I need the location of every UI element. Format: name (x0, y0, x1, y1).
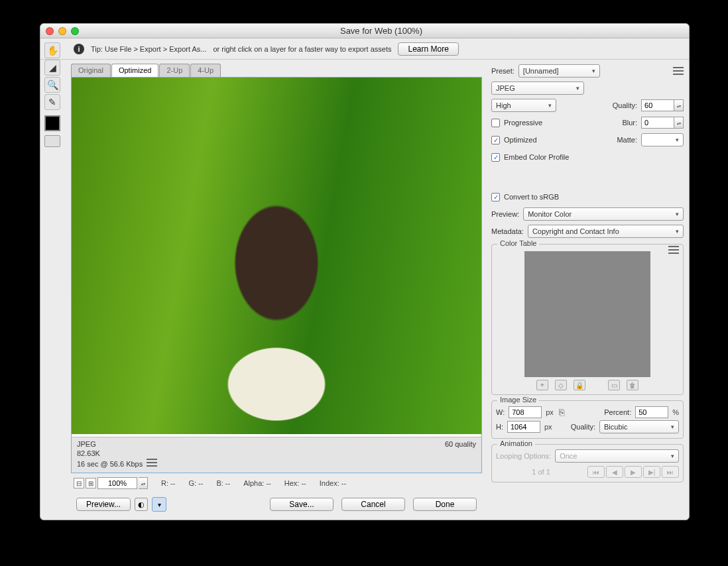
browser-select[interactable]: ▾ (152, 497, 166, 512)
save-button[interactable]: Save... (270, 498, 334, 511)
frame-counter: 1 of 1 (496, 468, 586, 476)
resize-quality-label: Quality: (571, 423, 595, 431)
ct-new-icon[interactable]: ▭ (608, 380, 620, 390)
speed-menu[interactable] (147, 459, 157, 467)
blur-label: Blur: (622, 119, 637, 127)
tip-text-1: Tip: Use File > Export > Export As... (91, 45, 206, 53)
play-frame: ▶ (625, 466, 642, 478)
cancel-button[interactable]: Cancel (341, 498, 405, 511)
zoom-tool[interactable]: 🔍 (44, 77, 60, 93)
color-table[interactable] (524, 251, 650, 377)
width-label: W: (496, 408, 505, 416)
embed-label: Embed Color Profile (504, 153, 569, 161)
learn-more-button[interactable]: Learn More (398, 42, 458, 56)
matte-select[interactable] (641, 133, 684, 146)
image-size-label: Image Size (497, 396, 539, 404)
zoom-out[interactable]: ⊟ (74, 478, 84, 488)
preset-select[interactable]: [Unnamed] (518, 64, 601, 78)
percent-label: Percent: (604, 408, 631, 416)
eyedropper-tool[interactable]: ✎ (44, 94, 60, 110)
animation-label: Animation (497, 439, 535, 447)
prev-frame: ◀ (606, 466, 623, 478)
optimized-checkbox[interactable]: ✓ (491, 136, 500, 144)
foreground-swatch[interactable] (44, 115, 60, 131)
window-title: Save for Web (100%) (79, 26, 684, 36)
looping-label: Looping Options: (496, 452, 551, 460)
image-size-group: Image Size W: px ⎘ Percent: % H: px Qu (491, 400, 684, 439)
status-g: G: -- (188, 479, 203, 487)
metadata-label: Metadata: (491, 227, 524, 235)
hand-tool[interactable]: ✋ (44, 42, 60, 58)
width-input[interactable] (509, 406, 542, 418)
left-panel: Original Optimized 2-Up 4-Up JPEG 82.63K… (40, 60, 486, 520)
status-row: ⊟ ⊞ ▴▾ R: -- G: -- B: -- Alpha: -- Hex: … (71, 476, 482, 490)
percent-input[interactable] (635, 406, 668, 418)
animation-group: Animation Looping Options: Once 1 of 1 ⏮… (491, 444, 684, 482)
done-button[interactable]: Done (413, 498, 477, 511)
maximize-window[interactable] (71, 27, 79, 35)
close-window[interactable] (46, 27, 54, 35)
save-for-web-window: Save for Web (100%) ✋ ◢ 🔍 ✎ i Tip: Use F… (40, 23, 690, 520)
minimize-window[interactable] (58, 27, 66, 35)
status-alpha: Alpha: -- (243, 479, 271, 487)
tab-2up[interactable]: 2-Up (159, 64, 190, 77)
preview-select[interactable]: Monitor Color (523, 207, 684, 221)
toggle-slices[interactable] (44, 135, 60, 147)
tab-optimized[interactable]: Optimized (111, 64, 159, 77)
zoom-in[interactable]: ⊞ (86, 478, 96, 488)
metadata-select[interactable]: Copyright and Contact Info (528, 225, 684, 238)
width-unit: px (546, 408, 554, 416)
ct-map-icon[interactable]: ⌖ (536, 380, 548, 390)
tab-4up[interactable]: 4-Up (190, 64, 221, 77)
srgb-checkbox[interactable]: ✓ (491, 193, 500, 201)
preview-format: JPEG (77, 440, 157, 448)
tab-original[interactable]: Original (71, 64, 111, 77)
tip-bar: ✋ ◢ 🔍 ✎ i Tip: Use File > Export > Expor… (40, 38, 689, 60)
tool-strip: ✋ ◢ 🔍 ✎ (44, 42, 62, 147)
preview-speed: 16 sec @ 56.6 Kbps (77, 460, 143, 468)
browser-icon[interactable]: ◐ (135, 498, 148, 511)
status-index: Index: -- (320, 479, 346, 487)
preview-size: 82.63K (77, 449, 157, 457)
quality-label: Quality: (613, 101, 637, 109)
ct-trash-icon[interactable]: 🗑 (627, 380, 638, 390)
progressive-label: Progressive (504, 119, 542, 127)
color-table-menu[interactable] (668, 246, 679, 254)
ct-cube-icon[interactable]: ◇ (555, 380, 567, 390)
ct-lock-icon[interactable]: 🔒 (574, 380, 585, 390)
matte-label: Matte: (617, 136, 637, 144)
preview-quality: 60 quality (445, 440, 476, 448)
height-input[interactable] (507, 421, 540, 433)
last-frame: ⏭ (662, 466, 679, 478)
preview-image (72, 78, 481, 434)
link-icon[interactable]: ⎘ (558, 407, 566, 418)
format-select[interactable]: JPEG (491, 82, 584, 95)
status-hex: Hex: -- (284, 479, 306, 487)
preset-menu[interactable] (673, 67, 684, 75)
preset-label: Preset: (491, 67, 515, 75)
height-unit: px (544, 423, 552, 431)
info-icon: i (74, 44, 84, 54)
tip-text-2: or right click on a layer for a faster w… (213, 45, 391, 53)
blur-stepper[interactable]: ▴▾ (674, 117, 684, 129)
first-frame: ⏮ (587, 466, 605, 478)
preview-info: JPEG 82.63K 16 sec @ 56.6 Kbps 60 qualit… (72, 437, 481, 473)
preview-area[interactable]: JPEG 82.63K 16 sec @ 56.6 Kbps 60 qualit… (71, 77, 482, 473)
zoom-stepper[interactable]: ▴▾ (139, 477, 148, 489)
quality-preset-select[interactable]: High (491, 99, 556, 112)
zoom-field[interactable] (97, 477, 137, 489)
slice-tool[interactable]: ◢ (44, 60, 60, 76)
status-r: R: -- (161, 479, 175, 487)
quality-input[interactable] (641, 99, 674, 111)
percent-unit: % (672, 408, 679, 416)
quality-stepper[interactable]: ▴▾ (674, 99, 684, 111)
srgb-label: Convert to sRGB (504, 193, 559, 201)
progressive-checkbox[interactable] (491, 119, 500, 127)
blur-input[interactable] (641, 117, 674, 129)
preview-button[interactable]: Preview... (76, 498, 131, 511)
resize-quality-select[interactable]: Bicubic (599, 420, 679, 433)
status-b: B: -- (216, 479, 230, 487)
next-frame: ▶| (643, 466, 660, 478)
height-label: H: (496, 423, 503, 431)
embed-checkbox[interactable]: ✓ (491, 153, 500, 162)
